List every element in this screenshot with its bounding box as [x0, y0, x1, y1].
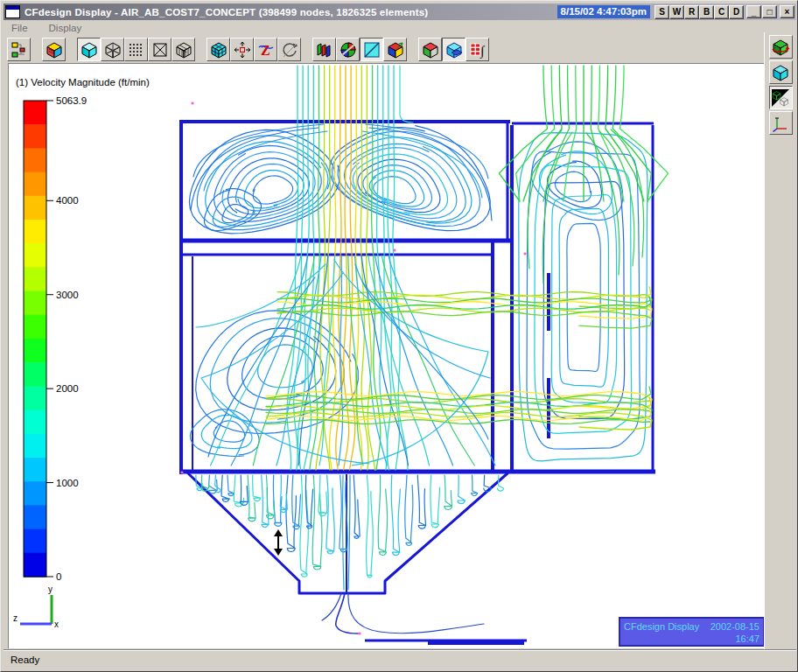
toolbar-group-1: [42, 38, 66, 61]
shade-mode-button[interactable]: [769, 86, 793, 109]
window-controls: _□×: [746, 5, 794, 18]
statusbar: Ready: [4, 650, 796, 668]
rotate-cube-icon: [771, 38, 790, 57]
fit-view-icon: [233, 40, 252, 60]
watermark: CFdesign Display2002-08-1516:47: [620, 618, 764, 646]
app-window: CFdesign Display - AIR_AB_COST7_CONCEPT …: [0, 0, 798, 672]
titlebar-letter-buttons: SWRBCD: [654, 5, 744, 19]
resize-cursor: [274, 529, 283, 556]
toolbar-group-3: Z: [206, 38, 301, 61]
render-viewport[interactable]: (1) Velocity Magnitude (ft/min)5063.9400…: [9, 64, 766, 648]
result-slices-button[interactable]: [312, 38, 336, 61]
view-toolbar: [764, 32, 796, 651]
viewport[interactable]: (1) Velocity Magnitude (ft/min)5063.9400…: [8, 63, 766, 648]
axis-triad-btn-icon: [771, 114, 790, 133]
shaded-cube-icon: [80, 40, 99, 60]
iso-surface-icon: [339, 40, 358, 60]
axis-label-x: x: [54, 620, 59, 629]
toolbar-group-4: [312, 38, 407, 61]
rotate-view-icon: [280, 40, 299, 60]
titlebar-button-b[interactable]: B: [699, 5, 714, 19]
close-button[interactable]: ×: [780, 5, 794, 18]
titlebar-button-c[interactable]: C: [714, 5, 729, 19]
mesh-cube-button[interactable]: [172, 38, 195, 61]
titlebar-clock: 8/15/02 4:47:03pm: [557, 5, 650, 18]
window-icon: [5, 5, 20, 18]
legend-tick: 0: [56, 571, 61, 582]
toolbar-group-0: [7, 38, 31, 61]
axis-triad-btn-button[interactable]: [769, 111, 793, 135]
legend: (1) Velocity Magnitude (ft/min)5063.9400…: [16, 77, 150, 582]
toolbar-group-5: ∫: [418, 38, 489, 61]
cut-plane-button[interactable]: [360, 38, 383, 61]
feature-tree-button[interactable]: [7, 38, 31, 61]
point-cube-icon: [127, 40, 146, 60]
brick-integral-icon: ∫: [468, 40, 487, 60]
result-slices-icon: [315, 40, 334, 60]
minimize-button[interactable]: _: [746, 5, 761, 18]
axis-triad: yzx: [13, 584, 59, 629]
blocks-cube-icon: [209, 40, 228, 60]
streamlines: [181, 66, 668, 634]
open-results-icon: [45, 40, 64, 60]
titlebar-button-d[interactable]: D: [729, 5, 744, 19]
toolbar-group-2: [77, 38, 195, 61]
rotate-cube-button[interactable]: [769, 35, 793, 59]
main-toolbar: Z∫: [4, 36, 766, 63]
feature-tree-icon: [10, 40, 29, 60]
open-results-button[interactable]: [42, 38, 66, 61]
maximize-button[interactable]: □: [762, 5, 777, 18]
legend-tick: 2000: [56, 383, 79, 394]
blocks-cube-button[interactable]: [206, 38, 230, 61]
view-cube-icon: [771, 63, 790, 82]
axis-label-z: z: [13, 613, 18, 623]
cut-z-icon: Z: [256, 40, 276, 60]
shaded-cube-button[interactable]: [77, 38, 101, 61]
rotate-view-button[interactable]: [277, 38, 301, 61]
status-text: Ready: [10, 654, 39, 665]
watermark-app: CFdesign Display: [624, 621, 700, 632]
outline-cube-button[interactable]: [418, 38, 442, 61]
fit-view-button[interactable]: [230, 38, 254, 61]
hidden-line-cube-button[interactable]: [101, 38, 124, 61]
axis-label-y: y: [48, 584, 52, 594]
brick-integral-button[interactable]: ∫: [466, 38, 489, 61]
wall-results-button[interactable]: [442, 38, 466, 61]
legend-tick: 4000: [56, 195, 79, 206]
titlebar: CFdesign Display - AIR_AB_COST7_CONCEPT …: [4, 4, 796, 20]
iso-surface-button[interactable]: [336, 38, 360, 61]
section-cube-icon: [150, 40, 170, 60]
svg-text:Z: Z: [261, 43, 270, 58]
wall-results-icon: [444, 40, 464, 60]
titlebar-button-w[interactable]: W: [669, 5, 684, 19]
vector-results-button[interactable]: [383, 38, 407, 61]
cut-z-button[interactable]: Z: [254, 38, 277, 61]
menubar: FileDisplay: [4, 20, 796, 36]
menu-file[interactable]: File: [11, 23, 28, 33]
cut-plane-icon: [362, 40, 382, 60]
legend-tick: 1000: [56, 478, 79, 488]
outline-cube-icon: [421, 40, 440, 60]
view-cube-button[interactable]: [769, 60, 793, 84]
svg-text:∫: ∫: [480, 44, 486, 59]
hidden-line-cube-icon: [103, 40, 122, 60]
window-title: CFdesign Display - AIR_AB_COST7_CONCEPT …: [22, 7, 556, 18]
titlebar-button-r[interactable]: R: [684, 5, 699, 19]
legend-title: (1) Velocity Magnitude (ft/min): [16, 77, 150, 88]
titlebar-button-s[interactable]: S: [654, 5, 669, 19]
legend-tick: 3000: [56, 290, 79, 300]
legend-tick: 5063.9: [56, 95, 87, 106]
watermark-time: 16:47: [735, 634, 760, 644]
shade-mode-icon: [771, 88, 790, 108]
section-cube-button[interactable]: [148, 38, 172, 61]
mesh-cube-icon: [174, 40, 193, 60]
watermark-date: 2002-08-15: [710, 621, 760, 632]
vector-results-icon: [386, 40, 405, 60]
menu-display[interactable]: Display: [49, 23, 82, 33]
point-cube-button[interactable]: [124, 38, 148, 61]
